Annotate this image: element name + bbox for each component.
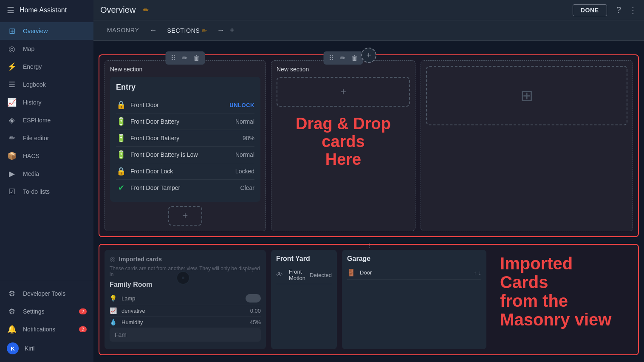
table-row: 🔒 Front Door Lock Locked [116, 163, 254, 180]
sidebar-item-hacs[interactable]: 📦 HACS [0, 147, 93, 165]
section-2-drag-handle[interactable]: ⠿ [326, 52, 336, 64]
sidebar-item-logbook[interactable]: ☰ Logbook [0, 76, 93, 93]
table-row: ✔ Front Door Tamper Clear [116, 180, 254, 196]
sidebar-item-energy[interactable]: ⚡ Energy [0, 58, 93, 76]
list-item: 📈 derivative 0.00 [110, 305, 261, 317]
done-button[interactable]: DONE [573, 4, 607, 16]
tab-sections-label: SECTIONS [167, 27, 200, 34]
fam-card-small: Fam [110, 328, 261, 342]
list-item: 💡 Lamp [110, 292, 261, 305]
entry-name-battery2: Front Door Battery [130, 135, 238, 141]
entry-value-doorLock: Locked [235, 168, 254, 175]
sidebar-item-media[interactable]: ▶ Media [0, 165, 93, 183]
motion-icon: 👁 [276, 271, 285, 279]
drag-drop-label: Drag & Drop cardsHere [277, 107, 410, 173]
tab-prev-icon[interactable]: ← [149, 26, 157, 35]
sections-row: ⠿ ✏ 🗑 New section Entry 🔒 Front Door UNL… [105, 60, 633, 231]
history-icon: 📈 [7, 98, 17, 107]
sidebar-item-label-media: Media [23, 170, 39, 177]
table-row: 🔋 Front Door Battery 90% [116, 130, 254, 147]
section-grid-placeholder: ⊞ [426, 66, 627, 125]
imported-cards-label: Imported Cardsfrom the Masonry view [491, 250, 633, 349]
add-card-placeholder-2[interactable]: + [277, 77, 410, 107]
sidebar-item-overview[interactable]: ⊞ Overview [0, 22, 93, 40]
humidity-icon: 💧 [110, 319, 118, 325]
content-area: + ⠿ ✏ 🗑 New section Entry 🔒 [93, 41, 644, 362]
media-icon: ▶ [7, 169, 17, 178]
section-1-drag-handle[interactable]: ⠿ [168, 52, 178, 64]
lamp-toggle[interactable] [246, 294, 261, 303]
hamburger-icon[interactable]: ☰ [7, 5, 14, 15]
derivative-name: derivative [121, 308, 247, 314]
imported-row: ◎ Imported cards These cards are not fro… [105, 250, 633, 349]
lamp-name: Lamp [121, 295, 242, 302]
motion-value: Detected [310, 272, 332, 278]
section-2-delete-button[interactable]: 🗑 [349, 52, 361, 64]
settings-badge: 2 [79, 308, 87, 314]
sidebar-item-label-hacs: HACS [23, 153, 40, 159]
tabs-edit-icon[interactable]: ✏ [202, 27, 207, 34]
settings-icon: ⚙ [7, 307, 17, 316]
sidebar-item-notifications[interactable]: 🔔 Notifications 2 [0, 320, 93, 338]
front-yard-card: Front Yard 👁 Front Motion Detected [271, 250, 337, 349]
section-2-label: New section [277, 66, 410, 73]
section-1-label: New section [110, 66, 260, 73]
sidebar-item-espHome[interactable]: ◈ ESPHome [0, 111, 93, 129]
garage-up-arrow[interactable]: ↑ [474, 269, 477, 276]
logbook-icon: ☰ [7, 80, 17, 89]
sidebar-item-map[interactable]: ◎ Map [0, 40, 93, 58]
section-1-delete-button[interactable]: 🗑 [191, 52, 203, 64]
entry-value-tamper: Clear [240, 184, 254, 191]
list-item: 💧 Humidity 45% [110, 317, 261, 328]
sidebar-item-settings[interactable]: ⚙ Settings 2 [0, 303, 93, 320]
overview-icon: ⊞ [7, 26, 17, 36]
section-card-1: ⠿ ✏ 🗑 New section Entry 🔒 Front Door UNL… [105, 60, 266, 231]
sidebar: ☰ Home Assistant ⊞ Overview ◎ Map ⚡ Ener… [0, 0, 93, 362]
add-card-button-1[interactable]: + [168, 206, 203, 226]
section-1-edit-button[interactable]: ✏ [179, 52, 190, 64]
divider-handle[interactable]: ⋮ [366, 242, 371, 249]
notifications-badge: 2 [79, 326, 87, 332]
tab-add-button[interactable]: + [230, 25, 235, 35]
door-icon: 🚪 [347, 269, 356, 277]
battery-icon-2: 🔋 [116, 133, 126, 143]
sidebar-item-history[interactable]: 📈 History [0, 93, 93, 111]
sidebar-item-devTools[interactable]: ⚙ Developer Tools [0, 285, 93, 303]
tab-next-icon[interactable]: → [217, 26, 225, 35]
grid-layout-icon: ⊞ [520, 87, 533, 105]
more-icon[interactable]: ⋮ [629, 5, 637, 15]
section-2-edit-button[interactable]: ✏ [337, 52, 348, 64]
sidebar-item-label-espHome: ESPHome [23, 117, 51, 124]
garage-door-name: Door [360, 269, 469, 276]
sidebar-item-label-logbook: Logbook [23, 81, 46, 88]
drag-drop-section: + ⠿ ✏ 🗑 New section Entry 🔒 [99, 54, 639, 237]
entry-title: Entry [116, 83, 254, 92]
sidebar-item-label-settings: Settings [23, 308, 45, 315]
entry-name-battery1: Front Door Battery [130, 118, 231, 125]
tab-masonry[interactable]: MASONRY [100, 23, 146, 38]
sidebar-item-todoLists[interactable]: ☑ To-do lists [0, 183, 93, 201]
hacs-icon: 📦 [7, 151, 17, 161]
entry-value-battery2: 90% [243, 135, 254, 141]
derivative-value: 0.00 [250, 308, 261, 314]
topbar-edit-icon[interactable]: ✏ [143, 6, 149, 14]
add-card-top-button[interactable]: + [361, 48, 376, 63]
imported-cards-section: ⋮ ◎ Imported cards These cards are not f… [99, 244, 639, 355]
sidebar-item-user[interactable]: K Kiril [0, 338, 93, 359]
main-area: Overview ✏ DONE ? ⋮ MASONRY ← SECTIONS ✏… [93, 0, 644, 362]
tab-sections[interactable]: SECTIONS ✏ [160, 24, 213, 37]
sidebar-item-fileEditor[interactable]: ✏ File editor [0, 129, 93, 147]
garage-down-arrow[interactable]: ↓ [478, 269, 481, 276]
topbar: Overview ✏ DONE ? ⋮ [93, 0, 644, 20]
unlock-button[interactable]: UNLOCK [229, 102, 254, 108]
garage-card: Garage 🚪 Door ↑ ↓ [342, 250, 486, 349]
imported-header-text: Imported cards [119, 256, 162, 263]
humidity-name: Humidity [121, 319, 246, 325]
help-icon[interactable]: ? [616, 5, 621, 15]
sidebar-item-label-map: Map [23, 45, 34, 52]
notifications-icon: 🔔 [7, 325, 17, 334]
garage-arrows: ↑ ↓ [474, 269, 481, 276]
lock-icon: 🔒 [116, 100, 126, 110]
table-row: 🔋 Front Door Battery is Low Normal [116, 147, 254, 163]
entry-card: Entry 🔒 Front Door UNLOCK 🔋 Front Door B… [110, 77, 260, 202]
